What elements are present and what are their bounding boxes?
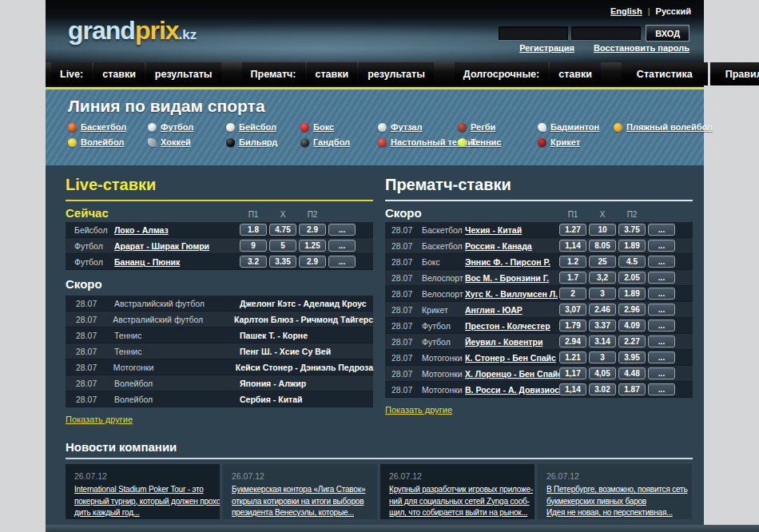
sport-link-futsal[interactable]: Футзал [378, 122, 458, 132]
match-link[interactable]: Престон - Колчестер [465, 321, 550, 331]
nav-prematch-stakes[interactable]: ставки [307, 62, 358, 85]
sport-link-cricket[interactable]: Крикет [538, 137, 614, 147]
sport-link-rugby[interactable]: Регби [458, 122, 538, 132]
odd-p2[interactable]: 3.75 [618, 224, 646, 236]
nav-statistics[interactable]: Статистика [622, 62, 708, 85]
more-odds-button[interactable]: ... [328, 224, 356, 236]
odd-p2[interactable]: 2.96 [618, 304, 646, 316]
match-link[interactable]: Йеувил - Ковентри [465, 337, 542, 347]
recover-password-link[interactable]: Восстановить пароль [594, 43, 689, 53]
odd-p1[interactable]: 1.8 [240, 224, 267, 236]
news-link[interactable]: щил, что собирается выйти на рынок... [389, 507, 526, 519]
news-link[interactable]: президента Венесуэлы, которые... [232, 507, 368, 519]
sport-link-volleyball[interactable]: Волейбол [68, 137, 148, 147]
sport-link-handball[interactable]: Гандбол [300, 137, 378, 147]
odd-x[interactable]: 3,2 [589, 272, 616, 284]
odd-x[interactable]: 3 [589, 288, 616, 300]
odd-p1[interactable]: 3.2 [240, 256, 267, 268]
sport-link-billiards[interactable]: Бильярд [226, 137, 300, 147]
odd-x[interactable]: 10 [589, 224, 616, 236]
sport-link-football[interactable]: Футбол [148, 122, 226, 132]
odd-p2[interactable]: 1.89 [618, 240, 646, 252]
more-odds-button[interactable]: ... [648, 335, 675, 347]
news-link[interactable]: В Петербурге, возможно, появится сеть [546, 484, 683, 496]
news-link[interactable]: букмекерских пивных баров [546, 496, 683, 508]
odd-p1[interactable]: 1,14 [559, 383, 586, 395]
more-odds-button[interactable]: ... [648, 288, 675, 300]
lang-english-link[interactable]: English [610, 6, 642, 16]
odd-p1[interactable]: 1,17 [559, 367, 586, 379]
sport-link-basketball[interactable]: Баскетбол [68, 122, 148, 132]
odd-p1[interactable]: 2 [559, 288, 586, 300]
match-link[interactable]: Англия - ЮАР [465, 305, 523, 315]
odd-p2[interactable]: 1.25 [299, 240, 326, 252]
match-link[interactable]: Арарат - Ширак Гюмри [114, 241, 209, 251]
odd-p1[interactable]: 2.94 [559, 335, 586, 347]
sport-link-boxing[interactable]: Бокс [300, 122, 378, 132]
match-link[interactable]: Локо - Алмаз [114, 225, 169, 235]
odd-x[interactable]: 4,05 [589, 367, 616, 379]
nav-live-results[interactable]: результаты [146, 62, 221, 85]
odd-p2[interactable]: 2.9 [299, 224, 326, 236]
sport-link-tennis[interactable]: Теннис [458, 137, 538, 147]
odd-x[interactable]: 3.37 [589, 320, 616, 332]
news-link[interactable]: дить каждый год... [74, 507, 211, 519]
match-link[interactable]: Россия - Канада [465, 241, 532, 251]
news-link[interactable]: покерный турнир, который должен прохо- [74, 496, 211, 508]
prematch-show-more-link[interactable]: Показать другие [385, 405, 452, 415]
odd-p1[interactable]: 1.79 [559, 320, 586, 332]
odd-p2[interactable]: 2.27 [618, 335, 646, 347]
more-odds-button[interactable]: ... [648, 367, 675, 379]
nav-prematch-results[interactable]: результаты [359, 62, 434, 85]
news-link[interactable]: ний для социальных сетей Zynga сооб- [389, 496, 526, 508]
nav-rules[interactable]: Правила [710, 62, 759, 85]
odd-x[interactable]: 2.46 [589, 304, 616, 316]
more-odds-button[interactable]: ... [328, 240, 356, 252]
odd-x[interactable]: 8.05 [589, 240, 616, 252]
nav-live-stakes[interactable]: ставки [93, 62, 145, 85]
odd-p2[interactable]: 2.9 [299, 256, 326, 268]
more-odds-button[interactable]: ... [648, 383, 675, 395]
odd-x[interactable]: 3.14 [589, 335, 616, 347]
odd-p2[interactable]: 3.95 [618, 351, 646, 363]
odd-p1[interactable]: 9 [240, 240, 267, 252]
register-link[interactable]: Регистрация [519, 43, 574, 53]
more-odds-button[interactable]: ... [648, 351, 675, 363]
more-odds-button[interactable]: ... [648, 224, 675, 236]
match-link[interactable]: Чехия - Китай [465, 225, 522, 235]
odd-x[interactable]: 25 [589, 256, 616, 268]
odd-p1[interactable]: 1.27 [559, 224, 586, 236]
sport-link-hockey[interactable]: Хоккей [148, 137, 226, 147]
match-link[interactable]: Бананц - Пюник [114, 257, 180, 267]
more-odds-button[interactable]: ... [648, 272, 675, 284]
nav-longterm-stakes[interactable]: ставки [550, 62, 601, 85]
more-odds-button[interactable]: ... [648, 304, 675, 316]
news-link[interactable]: открыла котировки на итоги выборов [232, 496, 368, 508]
news-link[interactable]: Крупный разработчик игровых приложе- [389, 484, 526, 496]
password-input[interactable] [571, 26, 641, 40]
match-link[interactable]: В. Росси - А. Довизиосо [465, 385, 564, 395]
sport-link-badminton[interactable]: Бадминтон [538, 122, 614, 132]
sport-link-table-tennis[interactable]: Настольный теннис [378, 137, 458, 147]
sport-link-baseball[interactable]: Бейсбол [226, 122, 300, 132]
odd-p2[interactable]: 4.09 [618, 320, 646, 332]
match-link[interactable]: Вос М. - Бронзини Г. [465, 273, 549, 283]
odd-x[interactable]: 3 [589, 351, 616, 363]
sport-link-beach-volleyball[interactable]: Пляжный волейбол [614, 122, 713, 132]
odd-p2[interactable]: 1.89 [618, 288, 646, 300]
login-input[interactable] [499, 26, 568, 40]
odd-x[interactable]: 3.35 [269, 256, 296, 268]
odd-p1[interactable]: 1,14 [559, 240, 586, 252]
more-odds-button[interactable]: ... [648, 256, 675, 268]
match-link[interactable]: Хугс К. - Виллумсен Л. [465, 289, 558, 299]
odd-p2[interactable]: 4.5 [618, 256, 646, 268]
more-odds-button[interactable]: ... [648, 240, 675, 252]
odd-x[interactable]: 3.02 [589, 383, 616, 395]
odd-p2[interactable]: 1.87 [618, 383, 646, 395]
match-link[interactable]: Эннис Ф. - Пирсон Р. [465, 257, 550, 267]
odd-p1[interactable]: 1.2 [559, 256, 586, 268]
news-link[interactable]: Букмекерская контора «Лига Ставок» [232, 484, 368, 496]
odd-p1[interactable]: 3,07 [559, 304, 586, 316]
login-button[interactable]: ВХОД [646, 25, 689, 42]
odd-p2[interactable]: 4.48 [618, 367, 646, 379]
